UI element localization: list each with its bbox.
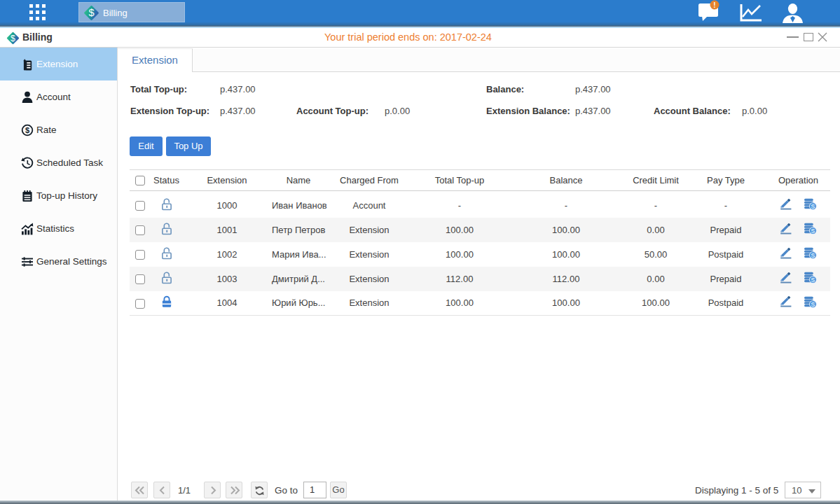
- svg-text:S: S: [811, 252, 815, 259]
- svg-text:!: !: [713, 1, 715, 9]
- svg-text:$: $: [25, 126, 29, 134]
- svg-text:S: S: [811, 203, 815, 210]
- svg-text:$: $: [88, 7, 94, 18]
- svg-text:S: S: [811, 227, 815, 234]
- svg-text:S: S: [811, 300, 815, 307]
- svg-text:S: S: [811, 276, 815, 284]
- svg-text:$: $: [11, 34, 15, 43]
